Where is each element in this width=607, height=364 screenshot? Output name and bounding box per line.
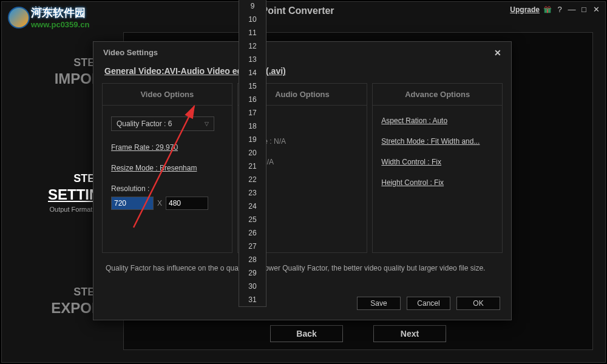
dropdown-option[interactable]: 16 <box>239 93 266 106</box>
dropdown-option[interactable]: 22 <box>239 173 266 186</box>
resolution-x: X <box>157 199 162 207</box>
dropdown-option[interactable]: 19 <box>239 133 266 146</box>
minimize-icon[interactable]: — <box>568 5 576 14</box>
dropdown-option[interactable]: 9 <box>239 0 266 13</box>
dropdown-option[interactable]: 11 <box>239 26 266 39</box>
panel-title: Advance Options <box>373 84 502 106</box>
svg-rect-1 <box>547 8 548 13</box>
panel-title: Video Options <box>103 84 232 106</box>
video-settings-dialog: Video Settings ✕ General Video:AVI-Audio… <box>93 41 512 320</box>
dropdown-option[interactable]: 10 <box>239 13 266 26</box>
upgrade-link[interactable]: Upgrade <box>510 5 540 14</box>
dropdown-option[interactable]: 28 <box>239 253 266 266</box>
width-control-link[interactable]: Width Control : Fix <box>381 158 441 166</box>
dropdown-option[interactable]: 13 <box>239 53 266 66</box>
select-value: Quality Factor : 6 <box>117 120 172 128</box>
dropdown-option[interactable]: 17 <box>239 106 266 120</box>
dialog-close-icon[interactable]: ✕ <box>494 48 501 58</box>
chevron-down-icon: ▽ <box>205 121 209 127</box>
ok-button[interactable]: OK <box>456 297 500 310</box>
back-button[interactable]: Back <box>270 325 343 342</box>
dropdown-option[interactable]: 27 <box>239 240 266 253</box>
next-button[interactable]: Next <box>373 325 446 342</box>
resolution-width-input[interactable] <box>111 197 154 210</box>
app-logo <box>8 7 30 29</box>
maximize-icon[interactable]: □ <box>580 5 588 14</box>
height-control-link[interactable]: Height Control : Fix <box>381 178 444 187</box>
resize-mode-link[interactable]: Resize Mode : Bresenham <box>111 164 197 172</box>
dropdown-option[interactable]: 18 <box>239 120 266 133</box>
gift-icon[interactable] <box>543 5 552 14</box>
dropdown-option[interactable]: 23 <box>239 186 266 200</box>
resolution-height-input[interactable] <box>166 197 208 210</box>
dropdown-option[interactable]: 15 <box>239 79 266 93</box>
dialog-title: Video Settings <box>103 48 158 58</box>
dropdown-option[interactable]: 20 <box>239 146 266 160</box>
dropdown-option[interactable]: 31 <box>239 293 266 306</box>
stretch-mode-link[interactable]: Stretch Mode : Fit Width and... <box>381 137 480 146</box>
resolution-label: Resolution : <box>111 184 223 193</box>
dropdown-option[interactable]: 24 <box>239 200 266 213</box>
dropdown-option[interactable]: 14 <box>239 66 266 79</box>
dropdown-option[interactable]: 30 <box>239 280 266 293</box>
frame-rate-link[interactable]: Frame Rate : 29.970 <box>111 143 178 152</box>
dropdown-option[interactable]: 21 <box>239 160 266 173</box>
dropdown-option[interactable]: 25 <box>239 213 266 226</box>
aspect-ratio-link[interactable]: Aspect Ration : Auto <box>381 116 447 125</box>
dialog-description: Quality Factor has influence on the o qu… <box>93 253 511 283</box>
save-button[interactable]: Save <box>357 297 401 310</box>
video-options-panel: Video Options Quality Factor : 6 ▽ Frame… <box>102 83 232 253</box>
advance-options-panel: Advance Options Aspect Ration : Auto Str… <box>372 83 503 253</box>
dropdown-option[interactable]: 12 <box>239 39 266 53</box>
title-bar: About werPoint Converter Upgrade ? — □ ✕ <box>2 2 605 16</box>
about-link[interactable]: About <box>33 5 52 13</box>
watermark-url: www.pc0359.cn <box>31 20 89 29</box>
help-icon[interactable]: ? <box>555 5 564 14</box>
dropdown-option[interactable]: 26 <box>239 226 266 240</box>
close-icon[interactable]: ✕ <box>592 5 600 14</box>
dropdown-option[interactable]: 29 <box>239 266 266 280</box>
quality-factor-dropdown[interactable]: 9101112131415161718192021222324252627282… <box>239 0 266 307</box>
quality-factor-select[interactable]: Quality Factor : 6 ▽ <box>111 116 214 131</box>
dialog-header: General Video:AVI-Audio Video ed(Xvid)(.… <box>93 64 511 83</box>
cancel-button[interactable]: Cancel <box>407 297 450 310</box>
